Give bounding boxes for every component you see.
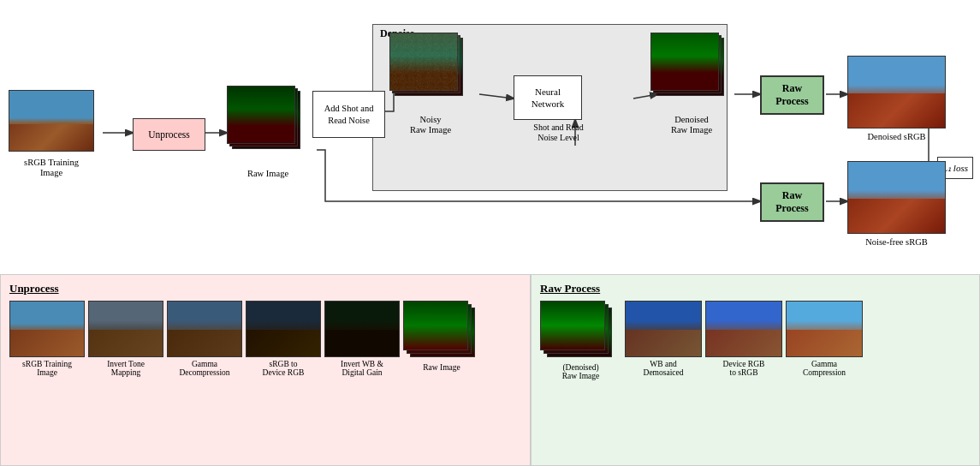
raw-process-section: Raw Process (Denoised)Raw Image WB andDe… [531,274,980,466]
unprocess-box: Unprocess [133,118,205,151]
unprocess-label-1: Invert ToneMapping [107,360,145,377]
svg-rect-13 [390,33,459,92]
raw-process-item-1: WB andDemosaiced [625,301,702,377]
unprocess-label-0: sRGB TrainingImage [22,360,72,377]
denoised-raw-label: Denoised Raw Image [653,114,730,134]
raw-process-label-0: (Denoised)Raw Image [562,363,600,380]
bottom-area: Unprocess sRGB TrainingImage Invert Tone… [0,274,980,466]
unprocess-label-2: GammaDecompression [179,360,229,377]
srgb-training-image [9,90,94,158]
add-noise-box: Add Shot and Read Noise [312,91,385,138]
unprocess-item-1: Invert ToneMapping [88,301,163,377]
denoised-srgb-image [847,56,946,128]
unprocess-item-2: GammaDecompression [167,301,242,377]
unprocess-section: Unprocess sRGB TrainingImage Invert Tone… [0,274,531,466]
neural-network-box: Neural Network [514,75,582,120]
raw-image-label: Raw Image [229,168,306,178]
noise-free-srgb-image [847,161,946,234]
denoised-raw-stack [650,33,736,110]
unprocess-item-5: Raw Image [403,301,480,372]
noise-free-srgb-label: Noise-free sRGB [847,236,946,247]
raw-process-section-title: Raw Process [540,282,971,296]
noisy-raw-stack [389,33,475,110]
noisy-raw-label: Noisy Raw Image [392,114,469,134]
unprocess-item-3: sRGB toDevice RGB [246,301,321,377]
unprocess-label-3: sRGB toDevice RGB [263,360,305,377]
raw-process-label-2: Device RGBto sRGB [723,360,765,377]
raw-process-thumbnails: (Denoised)Raw Image WB andDemosaiced Dev… [540,301,971,380]
raw-process-label-1: WB andDemosaiced [644,360,684,377]
raw-image-stack [227,86,312,167]
unprocess-section-title: Unprocess [9,282,521,296]
unprocess-item-4: Invert WB &Digital Gain [324,301,400,377]
raw-process-label-3: GammaCompression [803,360,846,377]
unprocess-item-0: sRGB TrainingImage [9,301,85,377]
srgb-training-label: sRGB Training Image [9,157,94,177]
top-diagram: Denoise [0,0,980,274]
raw-process-item-0: (Denoised)Raw Image [540,301,621,380]
raw-process-1-box: RawProcess [760,75,824,115]
unprocess-thumbnails: sRGB TrainingImage Invert ToneMapping Ga… [9,301,521,377]
denoised-srgb-label: Denoised sRGB [847,131,946,141]
unprocess-label-5: Raw Image [423,363,460,372]
raw-process-item-3: GammaCompression [786,301,863,377]
raw-process-item-2: Device RGBto sRGB [705,301,782,377]
unprocess-label-4: Invert WB &Digital Gain [341,360,383,377]
raw-process-2-box: RawProcess [760,182,824,222]
shot-read-noise-label: Shot and Read Noise Level [518,122,599,142]
